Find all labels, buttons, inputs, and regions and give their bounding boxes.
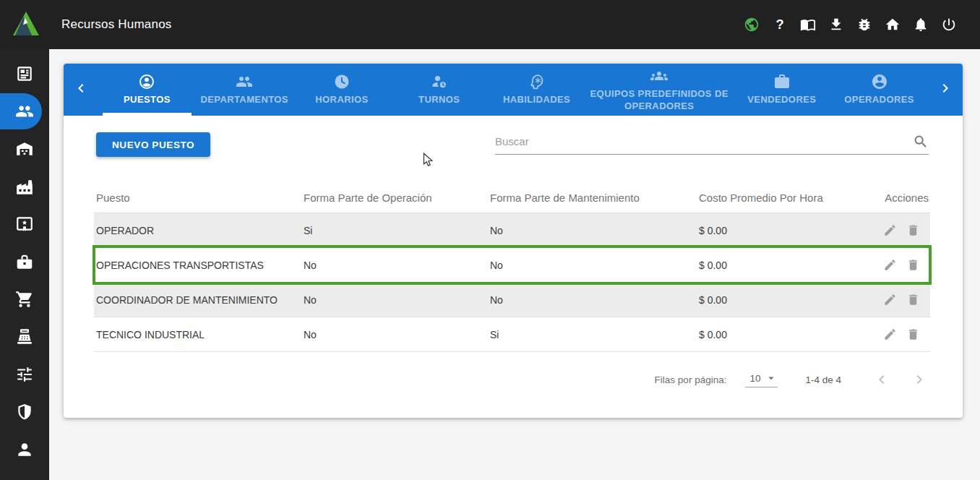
tab-label: PUESTOS — [124, 94, 171, 106]
clock-icon — [333, 73, 351, 90]
tab-horarios[interactable]: HORARIOS — [293, 64, 391, 116]
tab-puestos[interactable]: PUESTOS — [98, 64, 196, 116]
chevron-right-icon — [937, 80, 954, 100]
topbar: Recursos Humanos ? — [0, 0, 980, 49]
tab-equipos-predefinidos-de-operadores[interactable]: EQUIPOS PREDEFINIDOS DE OPERADORES — [585, 64, 734, 116]
next-page-button[interactable] — [911, 371, 928, 388]
edit-icon[interactable] — [883, 258, 897, 272]
delete-icon[interactable] — [906, 258, 920, 272]
cell-mantenimiento: No — [490, 260, 699, 271]
row-actions — [880, 327, 930, 341]
tab-habilidades[interactable]: HABILIDADES — [488, 64, 585, 116]
previous-page-button[interactable] — [873, 371, 890, 388]
book-icon[interactable] — [800, 17, 816, 33]
delete-icon[interactable] — [906, 293, 920, 307]
tabs-scroll-right-button[interactable] — [928, 64, 963, 116]
tab-operadores[interactable]: OPERADORES — [830, 64, 928, 116]
account-circle-icon — [871, 73, 888, 90]
newspaper-icon — [15, 64, 34, 83]
column-header-3: Costo Promedio Por Hora — [699, 192, 880, 204]
cell-operacion: No — [304, 329, 490, 340]
bug-icon[interactable] — [856, 17, 872, 33]
tune-icon — [15, 365, 34, 384]
page-title: Recursos Humanos — [61, 17, 171, 32]
puestos-table: PuestoForma Parte de OperaciónForma Part… — [94, 182, 930, 352]
factory-icon — [15, 177, 34, 196]
tab-label: EQUIPOS PREDEFINIDOS DE OPERADORES — [588, 88, 731, 112]
sidebar-item-person[interactable] — [0, 431, 49, 468]
chevron-left-icon — [72, 80, 90, 100]
help-icon[interactable]: ? — [772, 17, 788, 33]
column-header-2: Forma Parte de Mantenimiento — [490, 192, 699, 204]
shield-icon — [15, 403, 34, 421]
sidebar-item-register[interactable] — [0, 318, 49, 356]
globe-icon[interactable] — [744, 17, 760, 33]
toolbar: NUEVO PUESTO — [64, 116, 963, 182]
tab-label: VENDEDORES — [747, 94, 816, 106]
edit-icon[interactable] — [883, 293, 897, 307]
tab-departamentos[interactable]: DEPARTAMENTOS — [196, 64, 293, 116]
table-row: TECNICO INDUSTRIALNoSi$ 0.00 — [94, 317, 930, 352]
register-icon — [15, 327, 34, 346]
certificate-icon — [15, 215, 34, 233]
home-icon[interactable] — [885, 17, 901, 33]
cell-puesto: OPERADOR — [94, 225, 304, 236]
people-icon — [15, 102, 34, 121]
sidebar-item-warehouse[interactable] — [0, 130, 49, 168]
cell-operacion: No — [304, 260, 490, 271]
delete-icon[interactable] — [906, 327, 920, 341]
bell-icon[interactable] — [913, 17, 929, 33]
tab-list: PUESTOSDEPARTAMENTOSHORARIOSTURNOSHABILI… — [98, 64, 928, 116]
cart-icon — [15, 290, 34, 309]
arrow-drop-down-icon — [765, 372, 778, 385]
rows-per-page-label: Filas por página: — [655, 374, 727, 385]
delete-icon[interactable] — [906, 223, 920, 237]
tab-label: DEPARTAMENTOS — [200, 94, 288, 106]
tab-turnos[interactable]: TURNOS — [390, 64, 488, 116]
sidebar-item-cart[interactable] — [0, 280, 49, 318]
table-header-row: PuestoForma Parte de OperaciónForma Part… — [94, 182, 930, 213]
column-header-4: Acciones — [880, 192, 930, 204]
sidebar-item-newspaper[interactable] — [0, 55, 49, 93]
tab-bar: PUESTOSDEPARTAMENTOSHORARIOSTURNOSHABILI… — [64, 64, 963, 116]
edit-icon[interactable] — [883, 223, 897, 237]
account-circle-outline-icon — [138, 73, 155, 90]
rows-per-page-value: 10 — [749, 373, 760, 384]
download-icon[interactable] — [828, 17, 844, 33]
cell-costo: $ 0.00 — [699, 294, 880, 306]
tab-label: HORARIOS — [315, 94, 368, 106]
tab-label: TURNOS — [418, 94, 460, 106]
tab-vendedores[interactable]: VENDEDORES — [733, 64, 830, 116]
cell-puesto: OPERACIONES TRANSPORTISTAS — [94, 260, 304, 271]
cell-mantenimiento: No — [490, 294, 699, 306]
cell-costo: $ 0.00 — [699, 260, 880, 271]
row-actions — [880, 223, 930, 237]
cell-mantenimiento: No — [490, 225, 699, 236]
sidebar-item-people[interactable] — [0, 93, 49, 130]
cell-puesto: COORDINADOR DE MANTENIMIENTO — [94, 294, 304, 306]
sidebar-item-factory[interactable] — [0, 168, 49, 205]
table-row: COORDINADOR DE MANTENIMIENTONoNo$ 0.00 — [94, 283, 930, 317]
app-logo-icon[interactable] — [11, 9, 41, 40]
topbar-actions: ? — [744, 17, 957, 33]
cell-operacion: Si — [304, 225, 490, 236]
new-puesto-button[interactable]: NUEVO PUESTO — [96, 132, 210, 157]
psychology-icon — [528, 73, 546, 90]
sidebar-item-shield[interactable] — [0, 393, 49, 431]
tab-label: OPERADORES — [844, 94, 914, 106]
rows-per-page-select[interactable]: 10 — [745, 372, 778, 387]
tab-label: HABILIDADES — [503, 94, 570, 106]
content-card: PUESTOSDEPARTAMENTOSHORARIOSTURNOSHABILI… — [64, 64, 963, 418]
toolbox-icon — [15, 252, 34, 271]
search-icon[interactable] — [913, 134, 929, 150]
edit-icon[interactable] — [883, 327, 897, 341]
main-area: PUESTOSDEPARTAMENTOSHORARIOSTURNOSHABILI… — [49, 49, 980, 480]
pagination: Filas por página: 10 1-4 de 4 — [64, 361, 963, 398]
sidebar-item-toolbox[interactable] — [0, 243, 49, 280]
search-input[interactable] — [495, 135, 907, 147]
sidebar-item-certificate[interactable] — [0, 205, 49, 243]
tabs-scroll-left-button[interactable] — [64, 64, 98, 116]
power-icon[interactable] — [941, 17, 957, 33]
cell-costo: $ 0.00 — [699, 329, 880, 340]
sidebar-item-tune[interactable] — [0, 356, 49, 393]
